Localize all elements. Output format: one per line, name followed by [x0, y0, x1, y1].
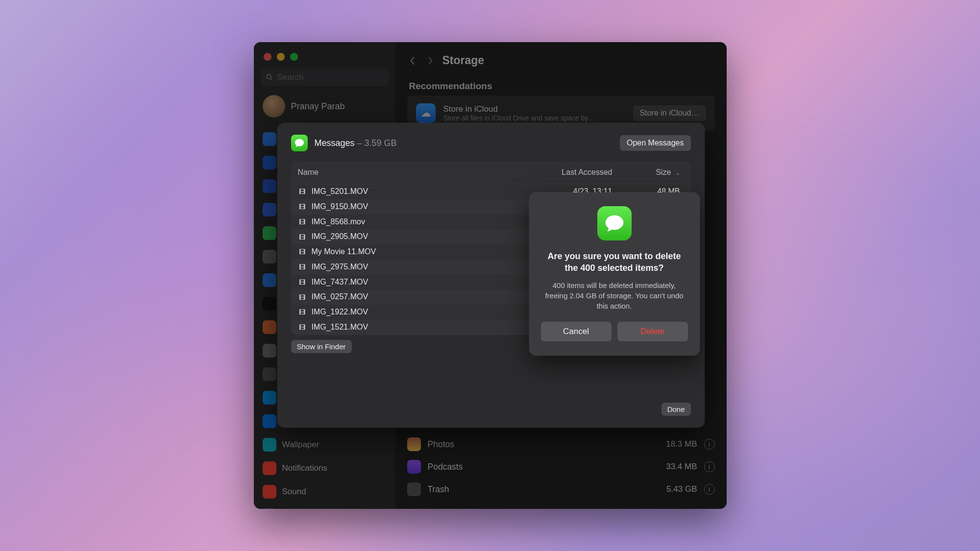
- sheet-size: – 3.59 GB: [355, 138, 397, 148]
- dialog-title: Are you sure you want to delete the 400 …: [541, 250, 688, 274]
- file-name-cell: 🎞IMG_9150.MOV: [291, 199, 534, 215]
- sidebar-item-icon: [263, 461, 276, 475]
- sidebar-item[interactable]: Wallpaper: [261, 435, 389, 455]
- sidebar-item-label: Sound: [282, 487, 306, 497]
- avatar: [263, 95, 285, 118]
- system-settings-window: Pranay Parab WallpaperNotificationsSound…: [254, 42, 727, 509]
- search-icon: [266, 73, 273, 81]
- storage-app-row[interactable]: Trash5.43 GBi: [407, 482, 715, 496]
- file-name-cell: 🎞My Movie 11.MOV: [291, 244, 534, 260]
- apple-id-row[interactable]: Pranay Parab: [261, 91, 389, 121]
- confirm-delete-dialog: Are you sure you want to delete the 400 …: [529, 192, 700, 356]
- file-name-cell: 🎞IMG_2905.MOV: [291, 229, 534, 244]
- sidebar-item-icon: [263, 250, 276, 264]
- nav-back-button[interactable]: [407, 55, 418, 66]
- zoom-window-button[interactable]: [290, 53, 298, 61]
- dialog-message: 400 items will be deleted immediately, f…: [541, 280, 688, 311]
- app-name: Photos: [428, 439, 660, 450]
- movie-file-icon: 🎞: [298, 323, 307, 332]
- file-name-cell: 🎞IMG_1922.MOV: [291, 305, 534, 320]
- sidebar-item-icon: [263, 391, 276, 405]
- window-controls: [261, 48, 389, 64]
- icloud-icon: ☁︎: [416, 103, 436, 123]
- recommendation-subtitle: Store all files in iCloud Drive and save…: [443, 114, 625, 122]
- sidebar-item-icon: [263, 485, 276, 499]
- file-name-cell: 🎞IMG_0257.MOV: [291, 289, 534, 305]
- col-last-accessed[interactable]: Last Accessed: [534, 165, 627, 180]
- svg-line-1: [270, 78, 272, 80]
- sidebar-item-icon: [263, 414, 276, 428]
- info-icon[interactable]: i: [704, 439, 715, 450]
- messages-app-icon: [291, 135, 308, 151]
- sidebar-item-icon: [263, 367, 276, 381]
- recommendation-title: Store in iCloud: [443, 104, 625, 114]
- sidebar-item[interactable]: Focus: [261, 505, 389, 509]
- storage-app-list: Photos18.3 MBiPodcasts33.4 MBiTrash5.43 …: [407, 437, 715, 501]
- app-size: 5.43 GB: [666, 484, 697, 494]
- file-name-cell: 🎞IMG_7437.MOV: [291, 275, 534, 290]
- sidebar-item-icon: [263, 508, 276, 509]
- sidebar-item[interactable]: Sound: [261, 482, 389, 502]
- movie-file-icon: 🎞: [298, 293, 307, 302]
- chevron-down-icon: ⌄: [675, 169, 680, 176]
- movie-file-icon: 🎞: [298, 248, 307, 257]
- titlebar: Storage: [407, 50, 715, 77]
- file-name-cell: 🎞IMG_5201.MOV: [291, 184, 534, 199]
- storage-app-row[interactable]: Photos18.3 MBi: [407, 437, 715, 451]
- search-field[interactable]: [261, 69, 389, 86]
- movie-file-icon: 🎞: [298, 278, 307, 287]
- open-messages-button[interactable]: Open Messages: [620, 135, 691, 151]
- app-icon: [407, 460, 421, 474]
- file-name-cell: 🎞IMG_1521.MOV: [291, 320, 534, 335]
- storage-app-row[interactable]: Podcasts33.4 MBi: [407, 460, 715, 474]
- sidebar-item-icon: [263, 344, 276, 358]
- app-size: 18.3 MB: [666, 439, 697, 449]
- app-name: Trash: [428, 484, 660, 495]
- sidebar-item-icon: [263, 179, 276, 193]
- app-size: 33.4 MB: [666, 462, 697, 472]
- svg-point-0: [267, 74, 271, 79]
- confirm-delete-button[interactable]: Delete: [617, 322, 688, 341]
- sidebar-item[interactable]: Notifications: [261, 458, 389, 478]
- sheet-app-name: Messages: [315, 138, 355, 148]
- done-button[interactable]: Done: [662, 403, 691, 416]
- sidebar-item-icon: [263, 203, 276, 216]
- sidebar-item-icon: [263, 226, 276, 240]
- cancel-button[interactable]: Cancel: [541, 322, 612, 341]
- movie-file-icon: 🎞: [298, 233, 307, 241]
- messages-app-icon: [597, 206, 632, 240]
- movie-file-icon: 🎞: [298, 188, 307, 196]
- user-name: Pranay Parab: [291, 101, 345, 112]
- nav-forward-button[interactable]: [425, 55, 436, 66]
- movie-file-icon: 🎞: [298, 263, 307, 272]
- table-header: Name Last Accessed Size⌄: [291, 161, 691, 184]
- file-name-cell: 🎞IMG_2975.MOV: [291, 260, 534, 275]
- sidebar-item-icon: [263, 297, 276, 311]
- app-icon: [407, 437, 421, 451]
- movie-file-icon: 🎞: [298, 203, 307, 212]
- sidebar-item-icon: [263, 132, 276, 146]
- search-input[interactable]: [277, 72, 384, 82]
- info-icon[interactable]: i: [704, 484, 715, 495]
- store-in-icloud-button[interactable]: Store in iCloud…: [633, 105, 706, 121]
- app-icon: [407, 482, 421, 496]
- info-icon[interactable]: i: [704, 461, 715, 472]
- sidebar-item-label: Notifications: [282, 463, 328, 473]
- col-name[interactable]: Name: [291, 165, 534, 180]
- sidebar-item-label: Wallpaper: [282, 440, 319, 450]
- minimize-window-button[interactable]: [277, 53, 285, 61]
- col-size[interactable]: Size⌄: [627, 165, 691, 180]
- sheet-title: Messages – 3.59 GB: [315, 138, 397, 148]
- recommendations-heading: Recommendations: [409, 81, 713, 92]
- movie-file-icon: 🎞: [298, 308, 307, 317]
- app-name: Podcasts: [428, 462, 660, 472]
- movie-file-icon: 🎞: [298, 217, 307, 226]
- sidebar-item-icon: [263, 320, 276, 334]
- page-title: Storage: [442, 54, 485, 67]
- show-in-finder-button[interactable]: Show in Finder: [291, 340, 352, 353]
- sidebar-item-icon: [263, 438, 276, 452]
- sidebar-item-icon: [263, 273, 276, 287]
- close-window-button[interactable]: [264, 53, 271, 61]
- file-name-cell: 🎞IMG_8568.mov: [291, 215, 534, 230]
- sidebar-item-icon: [263, 156, 276, 169]
